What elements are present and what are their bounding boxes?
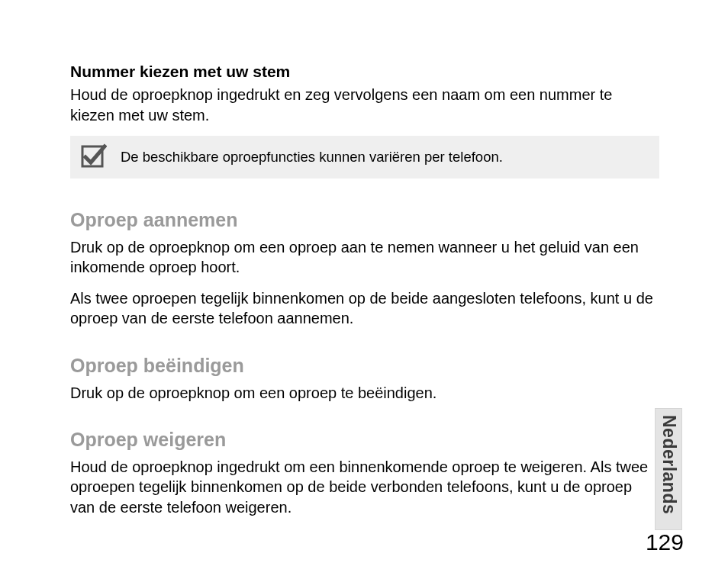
note-box: De beschikbare oproepfuncties kunnen var… xyxy=(70,136,659,178)
section2-body1: Druk op de oproepknop om een oproep aan … xyxy=(70,237,659,278)
page-number: 129 xyxy=(646,529,684,555)
language-label: Nederlands xyxy=(659,409,679,514)
section2-title: Oproep aannemen xyxy=(70,209,659,231)
section3-body: Druk op de oproepknop om een oproep te b… xyxy=(70,383,659,403)
note-text: De beschikbare oproepfuncties kunnen var… xyxy=(121,145,503,167)
section4-title: Oproep weigeren xyxy=(70,429,659,451)
language-side-tab: Nederlands xyxy=(655,408,682,530)
section2-body2: Als twee oproepen tegelijk binnenkomen o… xyxy=(70,288,659,329)
checkmark-box-icon xyxy=(81,143,107,169)
section1-title: Nummer kiezen met uw stem xyxy=(70,61,659,82)
section3-title: Oproep beëindigen xyxy=(70,355,659,377)
section4-body: Houd de oproepknop ingedrukt om een binn… xyxy=(70,457,659,517)
section1-body: Houd de oproepknop ingedrukt en zeg verv… xyxy=(70,85,659,125)
manual-page: Nummer kiezen met uw stem Houd de oproep… xyxy=(0,0,728,566)
